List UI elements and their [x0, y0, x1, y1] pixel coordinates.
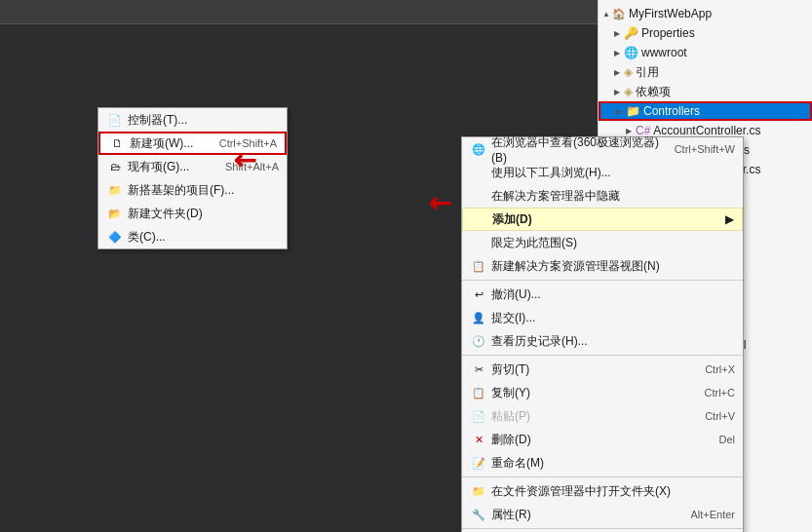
menu-label: 类(C)... [128, 229, 166, 246]
menu-item-use-tool[interactable]: 使用以下工具浏览(H)... [462, 161, 743, 184]
submenu-arrow: ▶ [725, 212, 734, 226]
separator [462, 355, 743, 356]
menu-label: 在浏览器中查看(360极速浏览器)(B) [491, 134, 675, 165]
view-icon: 📋 [470, 257, 487, 275]
menu-item-properties[interactable]: 🔧 属性(R) Alt+Enter [462, 503, 743, 526]
menu-label: 撤消(U)... [491, 286, 541, 303]
tree-item-myfirstwebapp[interactable]: ▲ 🏠 MyFirstWebApp [599, 4, 812, 23]
ref-icon: ◈ [624, 65, 633, 79]
menu-item-cut[interactable]: ✂ 剪切(T) Ctrl+X [462, 358, 743, 381]
submit-icon: 👤 [470, 309, 487, 326]
folder-icon: 📁 [626, 104, 640, 118]
tree-item-yinyong[interactable]: ▶ ◈ 引用 [599, 62, 812, 82]
menu-item-new-solution-view[interactable]: 📋 新建解决方案资源管理器视图(N) [462, 254, 743, 278]
expand-arrow: ▶ [614, 49, 624, 57]
separator [462, 528, 743, 529]
menu-item-add[interactable]: 添加(D) ▶ [462, 208, 743, 231]
menu-item-open-browser[interactable]: 🌐 在浏览器中查看(360极速浏览器)(B) Ctrl+Shift+W [462, 137, 743, 161]
shortcut-label: Ctrl+Shift+W [675, 143, 735, 155]
menu-label: 添加(D) [492, 211, 532, 228]
shortcut-label: Ctrl+V [705, 410, 735, 422]
menu-item-delete[interactable]: ✕ 删除(D) Del [462, 428, 743, 451]
expand-arrow: ▲ [602, 10, 612, 19]
menu-item-revoke[interactable]: ↩ 撤消(U)... [462, 283, 743, 306]
tree-item-wwwroot[interactable]: ▶ 🌐 wwwroot [599, 43, 812, 62]
menu-label: 新搭基架的项目(F)... [128, 182, 234, 199]
menu-label: 删除(D) [491, 432, 531, 448]
class-icon: 🔷 [106, 228, 124, 246]
menu-item-submit[interactable]: 👤 提交(I)... [462, 306, 743, 329]
add-icon [471, 210, 488, 228]
tool-icon [470, 164, 487, 181]
menu-label: 在文件资源管理器中打开文件夹(X) [491, 483, 671, 500]
new-item-icon: 🗋 [108, 134, 126, 152]
tree-label: Controllers [643, 104, 700, 118]
menu-item-scope[interactable]: 限定为此范围(S) [462, 231, 743, 254]
delete-icon: ✕ [470, 431, 487, 448]
menu-label: 查看历史记录(H)... [491, 333, 588, 350]
scope-icon [470, 234, 487, 251]
tree-label: 依赖项 [636, 84, 671, 100]
new-folder-icon: 📂 [106, 205, 124, 222]
ide-toolbar [0, 0, 598, 24]
shortcut-label: Alt+Enter [690, 509, 735, 520]
browser-icon: 🌐 [470, 140, 487, 158]
shortcut-label: Ctrl+C [705, 387, 735, 399]
shortcut-label: Ctrl+X [705, 363, 735, 375]
context-menu-sub: 🌐 在浏览器中查看(360极速浏览器)(B) Ctrl+Shift+W 使用以下… [461, 136, 744, 532]
context-menu-main: 📄 控制器(T)... 🗋 新建项(W)... Ctrl+Shift+A 🗁 现… [97, 107, 288, 249]
shortcut-label: Del [718, 434, 735, 445]
menu-item-open-explorer[interactable]: 📁 在文件资源管理器中打开文件夹(X) [462, 479, 743, 503]
separator [462, 476, 743, 477]
menu-label: 限定为此范围(S) [491, 235, 577, 251]
menu-label: 重命名(M) [491, 455, 544, 472]
menu-item-controller[interactable]: 📄 控制器(T)... [98, 108, 287, 132]
menu-item-rename[interactable]: 📝 重命名(M) [462, 451, 743, 475]
folder-icon: 🔑 [624, 26, 638, 40]
expand-arrow: ▶ [616, 107, 626, 116]
menu-label: 使用以下工具浏览(H)... [491, 165, 611, 181]
tree-item-controllers[interactable]: ▶ 📁 Controllers [599, 101, 812, 121]
paste-icon: 📄 [470, 407, 487, 425]
tree-label: MyFirstWebApp [629, 7, 712, 20]
existing-item-icon: 🗁 [106, 158, 124, 175]
rename-icon: 📝 [470, 454, 487, 472]
menu-label: 剪切(T) [491, 361, 529, 378]
tree-item-properties[interactable]: ▶ 🔑 Properties [599, 23, 812, 43]
menu-label: 属性(R) [491, 507, 531, 523]
cut-icon: ✂ [470, 361, 487, 378]
menu-item-class[interactable]: 🔷 类(C)... [98, 225, 287, 248]
scaffold-icon: 📁 [106, 181, 124, 199]
project-icon: 🏠 [612, 8, 626, 20]
menu-item-view-history[interactable]: 🕐 查看历史记录(H)... [462, 329, 743, 353]
properties-icon: 🔧 [470, 506, 487, 523]
separator [462, 280, 743, 281]
undo-icon: ↩ [470, 285, 487, 303]
controller-icon: 📄 [106, 111, 124, 129]
menu-label: 新建项(W)... [130, 135, 193, 152]
tree-label: Properties [641, 26, 695, 40]
copy-icon: 📋 [470, 384, 487, 401]
explorer-icon: 📁 [470, 482, 487, 500]
expand-arrow: ▶ [614, 68, 624, 77]
tree-label: 引用 [636, 64, 659, 81]
menu-item-hide-solution[interactable]: 在解决方案管理器中隐藏 [462, 184, 743, 208]
folder-icon: 🌐 [624, 46, 638, 59]
expand-arrow: ▶ [614, 29, 624, 38]
menu-label: 控制器(T)... [128, 112, 187, 129]
menu-label: 现有项(G)... [128, 159, 189, 175]
menu-label: 新建文件夹(D) [128, 206, 203, 222]
menu-label: 在解决方案管理器中隐藏 [491, 188, 620, 205]
menu-item-new-scaffold[interactable]: 📁 新搭基架的项目(F)... [98, 178, 287, 202]
menu-label: 粘贴(P) [491, 408, 530, 425]
menu-item-new-folder[interactable]: 📂 新建文件夹(D) [98, 202, 287, 225]
menu-item-copy[interactable]: 📋 复制(Y) Ctrl+C [462, 381, 743, 404]
menu-label: 新建解决方案资源管理器视图(N) [491, 258, 660, 275]
expand-arrow: ▶ [614, 88, 624, 96]
menu-item-paste[interactable]: 📄 粘贴(P) Ctrl+V [462, 404, 743, 428]
tree-item-yicun[interactable]: ▶ ◈ 依赖项 [599, 82, 812, 101]
menu-label: 提交(I)... [491, 310, 535, 326]
hide-icon [470, 187, 487, 205]
history-icon: 🕐 [470, 332, 487, 350]
ref-icon: ◈ [624, 85, 633, 98]
